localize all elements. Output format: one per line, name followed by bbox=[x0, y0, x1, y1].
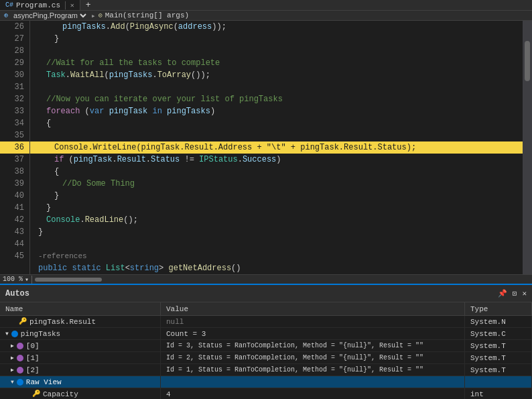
code-line-32: //Now you can iterate over your list of … bbox=[30, 93, 523, 105]
line-38: 38 bbox=[0, 166, 29, 178]
line-gutter: 26 27 28 29 30 31 32 33 34 35 36 37 38 3… bbox=[0, 21, 30, 274]
autos-panel-header: Autos 📌 ⊡ ✕ bbox=[0, 285, 532, 302]
tab-bar: C# Program.cs │ ✕ + bbox=[0, 0, 532, 11]
key-icon: 🔑 bbox=[19, 317, 27, 327]
code-line-28 bbox=[30, 45, 523, 57]
cell-name: [1] bbox=[0, 352, 161, 363]
code-line-43: } bbox=[30, 226, 523, 238]
line-45: 45 bbox=[0, 250, 29, 262]
tab-label: Program.cs bbox=[16, 1, 60, 9]
code-line-30: Task.WaitAll(pingTasks.ToArray()); bbox=[30, 69, 523, 81]
vertical-scrollbar[interactable] bbox=[523, 21, 532, 274]
class-icon: ⊕ bbox=[4, 11, 8, 19]
class-selector[interactable]: asyncPing.Program bbox=[11, 11, 88, 20]
cell-name: 🔑 pingTask.Result bbox=[0, 316, 161, 327]
line-42: 42 bbox=[0, 214, 29, 226]
table-row[interactable]: [0] Id = 3, Status = RanToCompletion, Me… bbox=[0, 340, 532, 352]
line-28: 28 bbox=[0, 45, 29, 57]
circle-icon bbox=[17, 379, 23, 386]
line-33: 33 bbox=[0, 105, 29, 117]
line-29: 29 bbox=[0, 57, 29, 69]
method-name: Main(string[] args) bbox=[105, 11, 189, 19]
autos-table-body: 🔑 pingTask.Result null System.N pingTask… bbox=[0, 316, 532, 399]
col-name: Name bbox=[0, 302, 161, 316]
horizontal-scroll-bar: 100 % ▾ bbox=[0, 274, 532, 284]
circle-icon bbox=[17, 343, 23, 349]
autos-title: Autos bbox=[5, 289, 29, 298]
code-line-44 bbox=[30, 238, 523, 250]
row-name: [2] bbox=[26, 365, 40, 376]
table-row[interactable]: 🔑 pingTask.Result null System.N bbox=[0, 316, 532, 328]
line-35: 35 bbox=[0, 129, 29, 141]
row-name: Raw View bbox=[26, 377, 62, 388]
cell-value bbox=[161, 376, 465, 388]
code-line-29: //Wait for all the tasks to complete bbox=[30, 57, 523, 69]
main-area: 26 27 28 29 30 31 32 33 34 35 36 37 38 3… bbox=[0, 21, 532, 274]
table-row[interactable]: [2] Id = 1, Status = RanToCompletion, Me… bbox=[0, 364, 532, 376]
cell-type: System.N bbox=[465, 316, 532, 327]
vscroll-thumb[interactable] bbox=[525, 41, 530, 81]
expand-icon[interactable] bbox=[11, 365, 14, 376]
cs-file-icon: C# bbox=[5, 1, 13, 9]
cell-name: Raw View bbox=[0, 376, 161, 388]
row-name: Capacity bbox=[43, 389, 78, 400]
cell-value: 4 bbox=[161, 388, 465, 399]
table-header-row: Name Value Type bbox=[0, 302, 532, 316]
app-container: C# Program.cs │ ✕ + ⊕ asyncPing.Program … bbox=[0, 0, 532, 399]
line-32: 32 bbox=[0, 93, 29, 105]
close-panel-button[interactable]: ✕ bbox=[522, 289, 527, 298]
code-line-37: if (pingTask.Result.Status != IPStatus.S… bbox=[30, 154, 523, 166]
col-type: Type bbox=[465, 302, 532, 316]
cell-name: [2] bbox=[0, 364, 161, 376]
code-line-45: public static List<string> getNetAddress… bbox=[30, 262, 523, 274]
cell-name: 🔑 Capacity bbox=[0, 388, 161, 399]
float-button[interactable]: ⊡ bbox=[513, 289, 517, 298]
line-27: 27 bbox=[0, 33, 29, 45]
code-line-36: Console.WriteLine(pingTask.Result.Addres… bbox=[30, 141, 523, 154]
line-31: 31 bbox=[0, 81, 29, 93]
row-name: [0] bbox=[26, 341, 40, 351]
zoom-control[interactable]: 100 % ▾ bbox=[0, 276, 32, 284]
tab-program-cs[interactable]: C# Program.cs │ ✕ bbox=[0, 0, 80, 10]
code-area[interactable]: pingTasks.Add(PingAsync(address)); } //W… bbox=[30, 21, 523, 274]
tab-close-button[interactable]: ✕ bbox=[70, 1, 74, 9]
table-row-selected[interactable]: Raw View bbox=[0, 376, 532, 388]
code-line-34: { bbox=[30, 117, 523, 129]
pin-button[interactable]: 📌 bbox=[498, 289, 507, 298]
cell-value: Id = 2, Status = RanToCompletion, Method… bbox=[161, 352, 465, 363]
code-line-42: Console.ReadLine(); bbox=[30, 214, 523, 226]
new-tab-button[interactable]: + bbox=[80, 0, 96, 10]
table-row[interactable]: 🔑 Capacity 4 int bbox=[0, 388, 532, 399]
hscroll-thumb[interactable] bbox=[35, 278, 102, 282]
code-line-41: } bbox=[30, 202, 523, 214]
table-row[interactable]: pingTasks Count = 3 System.C bbox=[0, 328, 532, 340]
zoom-dropdown-icon[interactable]: ▾ bbox=[25, 276, 29, 284]
cell-value: Count = 3 bbox=[161, 328, 465, 339]
line-43: 43 bbox=[0, 226, 29, 238]
cell-name: pingTasks bbox=[0, 328, 161, 339]
cell-type: System.T bbox=[465, 340, 532, 351]
zoom-label: 100 % bbox=[3, 276, 23, 283]
expand-icon[interactable] bbox=[11, 377, 14, 388]
line-44: 44 bbox=[0, 238, 29, 250]
cell-type: System.T bbox=[465, 352, 532, 363]
line-34: 34 bbox=[0, 117, 29, 129]
cell-type: System.T bbox=[465, 364, 532, 376]
expand-icon[interactable] bbox=[11, 341, 14, 351]
row-name: pingTask.Result bbox=[29, 317, 96, 327]
row-name: [1] bbox=[26, 353, 40, 363]
code-line-26: pingTasks.Add(PingAsync(address)); bbox=[30, 21, 523, 33]
autos-title-text: Autos bbox=[5, 289, 29, 298]
code-line-40: } bbox=[30, 190, 523, 202]
line-41: 41 bbox=[0, 202, 29, 214]
code-line-35 bbox=[30, 129, 523, 141]
line-30: 30 bbox=[0, 69, 29, 81]
cell-value: Id = 1, Status = RanToCompletion, Method… bbox=[161, 364, 465, 376]
breadcrumb-separator: ▸ bbox=[91, 11, 96, 20]
cell-name: [0] bbox=[0, 340, 161, 351]
expand-icon[interactable] bbox=[5, 329, 9, 339]
key-icon: 🔑 bbox=[32, 389, 40, 400]
expand-icon[interactable] bbox=[11, 353, 14, 363]
cell-type bbox=[465, 376, 532, 388]
table-row[interactable]: [1] Id = 2, Status = RanToCompletion, Me… bbox=[0, 352, 532, 364]
